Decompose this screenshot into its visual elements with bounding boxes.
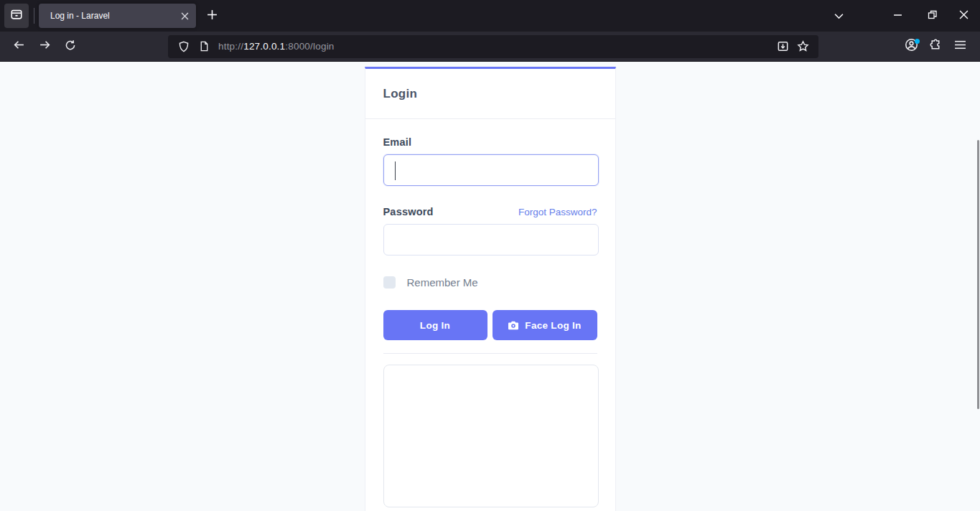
page-viewport: Login Email Password Forgot Password? Re…	[0, 62, 980, 511]
close-icon	[959, 9, 969, 22]
restore-icon	[928, 9, 937, 22]
site-info-icon[interactable]	[194, 37, 214, 56]
login-card: Login Email Password Forgot Password? Re…	[365, 67, 616, 511]
minimize-icon	[893, 9, 902, 22]
forward-icon	[39, 39, 51, 54]
tab-title: Log in - Laravel	[50, 11, 110, 21]
remember-me-label: Remember Me	[407, 276, 478, 289]
bookmark-star-icon[interactable]	[793, 37, 813, 56]
login-card-body: Email Password Forgot Password? Remember…	[365, 119, 615, 507]
forgot-password-link[interactable]: Forgot Password?	[518, 207, 597, 217]
url-scheme: http://	[218, 41, 243, 52]
remember-me-checkbox[interactable]	[383, 276, 396, 289]
browser-tab[interactable]: Log in - Laravel	[39, 4, 196, 28]
login-buttons-row: Log In Face Log In	[383, 310, 597, 340]
reload-button[interactable]	[59, 35, 82, 58]
password-label-row: Password Forgot Password?	[383, 206, 597, 217]
forward-button[interactable]	[33, 35, 56, 58]
browser-toolbar: http://127.0.0.1:8000/login	[0, 32, 980, 62]
reload-icon	[65, 39, 76, 54]
page-title: Login	[383, 87, 418, 101]
hamburger-icon	[954, 39, 966, 53]
back-button[interactable]	[7, 35, 30, 58]
window-minimize-button[interactable]	[882, 4, 913, 28]
chevron-down-icon	[834, 9, 844, 22]
password-field[interactable]	[383, 224, 599, 255]
divider	[383, 353, 597, 354]
browser-titlebar: Log in - Laravel	[0, 0, 980, 32]
firefox-view-button[interactable]	[4, 4, 29, 28]
text-cursor	[395, 161, 396, 180]
tracking-shield-icon[interactable]	[174, 37, 194, 56]
firefox-view-icon	[10, 8, 23, 24]
menu-button[interactable]	[948, 35, 971, 58]
face-login-button[interactable]: Face Log In	[493, 310, 597, 340]
window-restore-button[interactable]	[916, 4, 948, 28]
save-page-icon[interactable]	[773, 37, 793, 56]
window-close-button[interactable]	[949, 4, 978, 28]
plus-icon	[207, 9, 218, 23]
sync-notification-dot	[915, 39, 920, 44]
face-login-button-label: Face Log In	[525, 320, 581, 331]
remember-me-row: Remember Me	[383, 276, 597, 289]
tab-separator	[34, 8, 34, 24]
camera-icon	[508, 320, 519, 330]
url-bar[interactable]: http://127.0.0.1:8000/login	[168, 35, 818, 58]
new-tab-button[interactable]	[200, 4, 223, 27]
tab-close-icon[interactable]	[177, 9, 192, 23]
list-all-tabs-button[interactable]	[826, 4, 851, 28]
url-text[interactable]: http://127.0.0.1:8000/login	[218, 41, 773, 52]
login-button[interactable]: Log In	[383, 310, 487, 340]
puzzle-icon	[930, 39, 942, 54]
url-host: 127.0.0.1	[243, 41, 285, 52]
login-card-header: Login	[365, 69, 615, 119]
password-label: Password	[383, 206, 434, 217]
extensions-button[interactable]	[924, 35, 947, 58]
back-icon	[13, 39, 25, 54]
page-scrollbar[interactable]	[977, 140, 979, 409]
toolbar-right-group	[900, 35, 973, 58]
email-field[interactable]	[383, 154, 599, 186]
email-label: Email	[383, 136, 597, 148]
camera-preview-box	[383, 365, 599, 507]
url-path: :8000/login	[285, 41, 334, 52]
account-button[interactable]	[900, 35, 923, 58]
